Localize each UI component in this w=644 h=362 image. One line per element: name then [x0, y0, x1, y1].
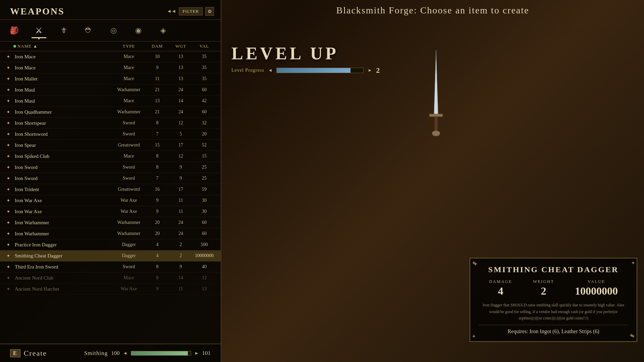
row-type-cell: Mace	[112, 275, 146, 281]
table-row[interactable]: ✦ Iron Sword Sword 7 9 25	[0, 173, 221, 184]
filter-button[interactable]: FILTER	[179, 7, 203, 15]
weapon-name: Iron Mallet	[15, 76, 38, 82]
category-armor[interactable]: ⛑	[81, 23, 96, 38]
row-name-cell: ✦ Iron Mallet	[5, 75, 112, 82]
table-row[interactable]: ✦ Iron Quadhammer Warhammer 21 24 60	[0, 107, 221, 118]
table-row[interactable]: ✦ Ancient Nord Hatchet War Axe 9 11 13	[0, 284, 221, 295]
row-type-cell: Mace	[112, 54, 146, 59]
row-name-cell: ✦ Iron Mace	[5, 53, 112, 60]
category-sword[interactable]: 🗡	[56, 23, 71, 38]
table-row[interactable]: ✦ Iron Warhammer Warhammer 20 24 60	[0, 228, 221, 239]
level-next-arrow[interactable]: ►	[368, 68, 372, 73]
weapon-name: Iron Maul	[15, 87, 35, 93]
table-row[interactable]: ✦ Iron Mace Mace 9 13 35	[0, 62, 221, 73]
col-dam-header[interactable]: DAM	[146, 44, 169, 49]
weapon-type-icon: ✦	[5, 108, 12, 116]
weapon-name: Third Era Iron Sword	[15, 264, 58, 270]
row-type-cell: Mace	[112, 154, 146, 159]
table-row[interactable]: ✦ Iron Shortsword Sword 7 5 20	[0, 129, 221, 140]
row-name-cell: ✦ Smithing Cheat Dagger	[5, 252, 112, 259]
table-row[interactable]: ✦ Iron Trident Greatsword 16 17 59	[0, 184, 221, 195]
table-row[interactable]: ✦ Iron Warhammer Warhammer 20 24 60	[0, 217, 221, 228]
table-row[interactable]: ✦ Iron War Axe War Axe 9 11 30	[0, 206, 221, 217]
row-dam-cell: 4	[146, 242, 169, 247]
table-row[interactable]: ✦ Ancient Nord Club Mace 8 14 12	[0, 273, 221, 284]
table-row[interactable]: ✦ Iron Mace Mace 10 13 35	[0, 51, 221, 62]
level-prev-arrow[interactable]: ◄	[268, 68, 273, 73]
row-wgt-cell: 17	[169, 187, 193, 192]
table-row[interactable]: ✦ Third Era Iron Sword Sword 8 9 40	[0, 261, 221, 273]
table-row[interactable]: ✦ Practice Iron Dagger Dagger 4 2 500	[0, 239, 221, 250]
weapon-name: Iron Shortsword	[15, 131, 48, 137]
table-row[interactable]: ✦ Iron Sword Sword 8 9 25	[0, 162, 221, 173]
table-row[interactable]: ✦ Smithing Cheat Dagger Dagger 4 2 10000…	[0, 250, 221, 261]
table-row[interactable]: ✦ Iron Mallet Mace 11 13 35	[0, 73, 221, 84]
category-weapons[interactable]: ⚔ ▾	[32, 23, 46, 38]
row-val-cell: 42	[193, 98, 216, 104]
weapon-type-icon: ✦	[5, 186, 12, 193]
smithing-prev-arrow[interactable]: ◄	[123, 351, 127, 356]
table-row[interactable]: ✦ Iron Maul Mace 13 14 42	[0, 96, 221, 107]
weapon-name: Iron Mace	[15, 65, 36, 71]
row-type-cell: Dagger	[112, 242, 146, 247]
col-name-label: NAME ▲	[17, 44, 38, 49]
row-type-cell: War Axe	[112, 198, 146, 203]
row-wgt-cell: 14	[169, 275, 193, 281]
item-stats-row: DAMAGE 4 WEIGHT 2 VALUE 10000000	[479, 279, 628, 297]
settings-button[interactable]: ⚙	[205, 7, 214, 16]
row-dam-cell: 16	[146, 187, 169, 192]
row-val-cell: 35	[193, 54, 216, 59]
col-name-header[interactable]: NAME ▲	[13, 44, 112, 49]
levelup-text: LEVEL UP	[231, 44, 380, 63]
item-info-panel: ✦ ✦ ✦ ✦ SMITHING CHEAT DAGGER DAMAGE 4 W…	[470, 258, 637, 342]
row-val-cell: 20	[193, 131, 216, 137]
row-type-cell: War Axe	[112, 286, 146, 292]
row-wgt-cell: 17	[169, 142, 193, 148]
col-wgt-header[interactable]: WGT	[169, 44, 193, 49]
back-arrow[interactable]: ◄◄	[167, 9, 176, 14]
col-type-header[interactable]: TYPE	[112, 44, 146, 49]
create-action[interactable]: E Create	[10, 349, 47, 358]
row-type-cell: Dagger	[112, 253, 146, 258]
row-dam-cell: 9	[146, 286, 169, 292]
weapon-type-icon: ✦	[5, 252, 12, 259]
category-backpack[interactable]: 🎒	[7, 23, 21, 38]
value-value: 10000000	[575, 285, 618, 297]
table-row[interactable]: ✦ Iron Spiked Club Mace 8 12 15	[0, 151, 221, 162]
row-name-cell: ✦ Ancient Nord Club	[5, 274, 112, 282]
table-row[interactable]: ✦ Iron Maul Warhammer 21 24 60	[0, 84, 221, 96]
smithing-next-arrow[interactable]: ►	[195, 351, 199, 356]
levelup-overlay: LEVEL UP Level Progress ◄ ► 2	[231, 44, 380, 75]
row-dam-cell: 4	[146, 253, 169, 258]
weapon-name: Iron War Axe	[15, 209, 42, 215]
right-panel: Blacksmith Forge: Choose an item to crea…	[221, 0, 644, 362]
table-row[interactable]: ✦ Iron Shortspear Sword 8 12 32	[0, 118, 221, 129]
row-wgt-cell: 11	[169, 198, 193, 203]
col-val-header[interactable]: VAL	[193, 44, 216, 49]
table-row[interactable]: ✦ Iron Spear Greatsword 15 17 52	[0, 140, 221, 151]
weapon-type-icon: ✦	[5, 130, 12, 138]
row-dam-cell: 8	[146, 154, 169, 159]
row-val-cell: 30	[193, 209, 216, 214]
weapon-type-icon: ✦	[5, 164, 12, 171]
row-wgt-cell: 12	[169, 120, 193, 126]
row-name-cell: ✦ Iron Warhammer	[5, 230, 112, 237]
row-val-cell: 60	[193, 231, 216, 236]
weapon-type-icon: ✦	[5, 64, 12, 71]
row-name-cell: ✦ Iron Sword	[5, 164, 112, 171]
category-food[interactable]: ◉	[131, 23, 146, 38]
row-wgt-cell: 14	[169, 98, 193, 104]
svg-rect-2	[434, 117, 438, 132]
row-dam-cell: 9	[146, 209, 169, 214]
row-name-cell: ✦ Iron Mace	[5, 64, 112, 71]
row-type-cell: Sword	[112, 176, 146, 181]
category-pouch[interactable]: ◈	[156, 23, 170, 38]
weapon-name: Iron Trident	[15, 187, 39, 192]
weapon-name: Iron Spear	[15, 142, 36, 148]
table-row[interactable]: ✦ Iron War Axe War Axe 9 11 30	[0, 195, 221, 206]
category-ring[interactable]: ◎	[106, 23, 121, 38]
row-dam-cell: 20	[146, 231, 169, 236]
row-val-cell: 60	[193, 220, 216, 225]
row-dam-cell: 21	[146, 109, 169, 115]
row-dam-cell: 21	[146, 87, 169, 93]
